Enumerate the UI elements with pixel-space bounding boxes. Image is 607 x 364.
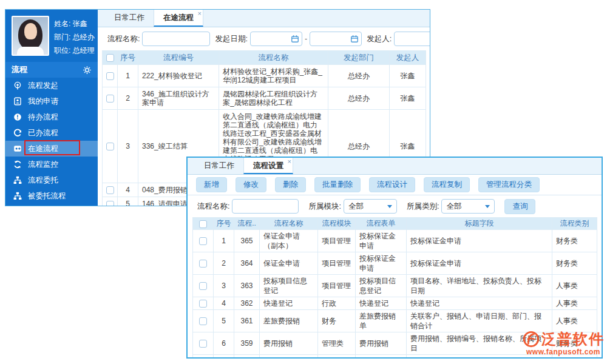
- cell: 财务类: [552, 332, 597, 355]
- batch-delete-button[interactable]: 批量删除: [314, 177, 361, 192]
- cell: 项目名称、详细地址、投标负责人、投标日期: [407, 275, 552, 297]
- cell: 346_施工组织设计方案申请: [138, 87, 219, 110]
- cell: 差旅费报销: [260, 310, 318, 332]
- cell: 364: [234, 252, 260, 275]
- delete-button[interactable]: 删除: [275, 177, 306, 192]
- gear-icon[interactable]: [83, 66, 92, 75]
- cell: 项目管理: [318, 355, 356, 359]
- row-checkbox[interactable]: [106, 72, 114, 80]
- tab-daily-work[interactable]: 日常工作: [195, 158, 243, 174]
- sidebar-item-delegate[interactable]: 流程委托: [5, 172, 98, 188]
- screenshot: 姓名: 张鑫 部门: 总经办 职位: 总经理 流程 流程发起我的申请待办流程已办…: [0, 0, 607, 364]
- row-checkbox[interactable]: [199, 237, 207, 245]
- process-name-input[interactable]: [232, 199, 299, 214]
- process-name-label: 流程名称:: [197, 201, 229, 212]
- sidebar-item-initiate[interactable]: 流程发起: [5, 78, 98, 93]
- column-header: 流程模块: [318, 218, 356, 230]
- start-date-label: 发起日期:: [215, 34, 247, 44]
- user-profile: 姓名: 张鑫 部门: 总经办 职位: 总经理: [5, 10, 98, 62]
- row-checkbox[interactable]: [106, 95, 114, 103]
- cell: 投标项目信息登记: [356, 275, 407, 297]
- cell: 总经办: [328, 65, 390, 87]
- sidebar-menu: 流程发起我的申请待办流程已办流程在途流程流程监控流程委托被委托流程: [5, 78, 98, 204]
- back-table-head: 序号流程编号流程名称发起部门发起人: [103, 51, 426, 65]
- front-table-body: 1365保证金申请（副本）项目管理投标保证金申请投标保证金申请财务类2364保证…: [193, 230, 597, 359]
- row-checkbox[interactable]: [199, 317, 207, 325]
- cell: 材料验收登记_材料采购_张鑫_华润12城房建工程项目: [219, 65, 328, 87]
- sidebar-item-in-transit[interactable]: 在途流程: [5, 141, 98, 157]
- process-copy-button[interactable]: 流程复制: [424, 177, 470, 192]
- avatar-shirt: [17, 47, 44, 56]
- add-button[interactable]: 新增: [196, 177, 227, 192]
- cell: 222_材料验收登记: [138, 65, 219, 87]
- cell: 张鑫: [390, 65, 426, 87]
- process-design-button[interactable]: 流程设计: [369, 177, 415, 192]
- cell: 投标项目信息登记: [260, 275, 318, 297]
- sidebar-item-done[interactable]: 已办流程: [5, 125, 98, 141]
- cell: 2: [118, 87, 138, 110]
- row-checkbox[interactable]: [199, 340, 207, 348]
- cell: 项目管理: [318, 275, 356, 297]
- select-all-checkbox[interactable]: [199, 220, 207, 228]
- cell: 快递登记: [260, 297, 318, 310]
- front-tabstrip: 日常工作 流程设置 ×: [188, 158, 602, 175]
- pending-icon: [13, 112, 22, 122]
- close-icon[interactable]: ×: [198, 10, 202, 16]
- sidebar-item-pending[interactable]: 待办流程: [5, 109, 98, 125]
- cell: 保证金申请（副本）: [260, 230, 318, 252]
- sidebar-item-monitor[interactable]: 流程监控: [5, 157, 98, 172]
- row-checkbox[interactable]: [199, 300, 207, 308]
- select-all-checkbox[interactable]: [106, 54, 114, 62]
- checkbox-cell: [103, 87, 118, 110]
- date-to-input[interactable]: [310, 32, 362, 46]
- row-checkbox[interactable]: [199, 260, 207, 268]
- sidebar-item-label: 在途流程: [28, 144, 58, 154]
- process-name-input[interactable]: [142, 32, 210, 46]
- initiator-input[interactable]: [394, 32, 430, 46]
- module-dropdown[interactable]: 全部: [344, 199, 397, 214]
- module-value: 全部: [348, 201, 364, 212]
- tab-process-settings[interactable]: 流程设置 ×: [243, 158, 293, 174]
- row-checkbox[interactable]: [106, 201, 114, 206]
- table-row: 5361差旅费报销财务差旅费报销单关联客户、报销人、申请日期、部门、报销合计人事…: [193, 310, 597, 332]
- sitemap-icon: [13, 191, 22, 201]
- edit-button[interactable]: 修改: [236, 177, 266, 192]
- table-row: 1222_材料验收登记材料验收登记_材料采购_张鑫_华润12城房建工程项目总经办…: [103, 65, 426, 87]
- tab-in-transit[interactable]: 在途流程 ×: [154, 10, 203, 27]
- checkbox-cell: [103, 110, 118, 183]
- cell: 1: [214, 230, 234, 252]
- table-row: 2346_施工组织设计方案申请晟铭园林绿化工程组织设计方案_晟铭园林绿化工程总经…: [103, 87, 426, 110]
- row-checkbox[interactable]: [106, 186, 114, 194]
- sidebar: 姓名: 张鑫 部门: 总经办 职位: 总经理 流程 流程发起我的申请待办流程已办…: [5, 10, 98, 206]
- close-icon[interactable]: ×: [288, 158, 291, 164]
- cell: 365: [234, 230, 260, 252]
- cell: 人事类: [552, 275, 597, 297]
- cell: 费用报销: [260, 332, 318, 355]
- sidebar-section-title: 流程: [12, 64, 27, 75]
- sidebar-item-label: 流程委托: [28, 175, 58, 186]
- search-button[interactable]: 查询: [504, 199, 535, 214]
- sidebar-item-my-applications[interactable]: 我的申请: [5, 93, 98, 109]
- cell: 6: [214, 332, 234, 355]
- cell: 总经办: [328, 87, 390, 110]
- process-name-label: 流程名称:: [107, 34, 140, 44]
- tab-label: 日常工作: [204, 161, 234, 170]
- cell: 财务: [318, 310, 356, 332]
- tab-daily-work[interactable]: 日常工作: [105, 10, 154, 27]
- category-dropdown[interactable]: 全部: [441, 199, 495, 214]
- sidebar-item-delegated[interactable]: 被委托流程: [5, 188, 98, 204]
- date-from-input[interactable]: [250, 32, 302, 46]
- cell: 358: [234, 355, 260, 359]
- manage-category-button[interactable]: 管理流程分类: [478, 177, 540, 192]
- row-checkbox[interactable]: [199, 282, 207, 290]
- cell: 详细地址: [407, 355, 552, 359]
- table-row: 1365保证金申请（副本）项目管理投标保证金申请投标保证金申请财务类: [193, 230, 597, 252]
- sidebar-item-label: 我的申请: [28, 96, 58, 107]
- row-checkbox[interactable]: [106, 143, 114, 150]
- cell: 人事类: [552, 297, 597, 310]
- category-label: 所属类别:: [407, 201, 439, 212]
- date-to-wrap: [310, 32, 362, 46]
- date-from-wrap: [250, 32, 302, 46]
- cell: 张鑫: [390, 87, 426, 110]
- sidebar-item-label: 已办流程: [28, 128, 58, 138]
